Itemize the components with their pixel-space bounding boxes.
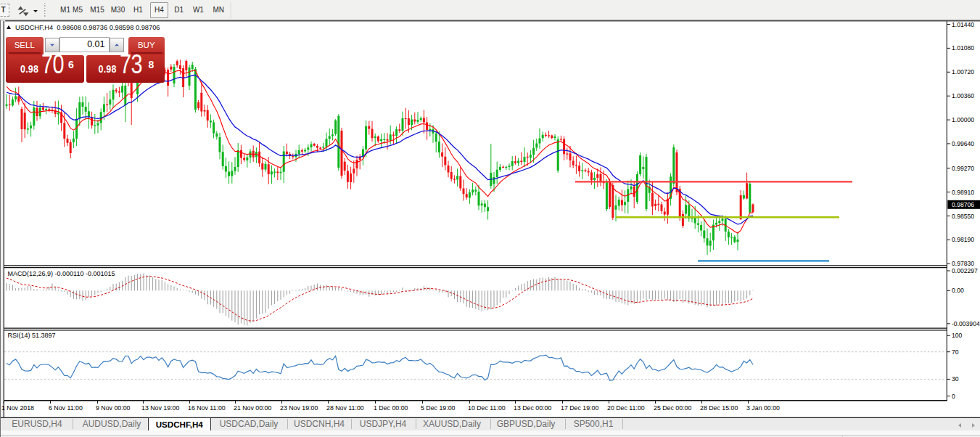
svg-text:6 Nov 11:00: 6 Nov 11:00 (49, 404, 83, 412)
svg-text:13 Nov 19:00: 13 Nov 19:00 (141, 404, 179, 412)
svg-text:20 Dec 11:00: 20 Dec 11:00 (607, 404, 645, 412)
svg-text:0.98706: 0.98706 (952, 201, 974, 208)
svg-text:0.97830: 0.97830 (952, 260, 974, 267)
svg-text:28 Dec 15:00: 28 Dec 15:00 (700, 404, 738, 412)
svg-text:23 Nov 19:00: 23 Nov 19:00 (280, 404, 318, 412)
svg-text:1 Dec 00:00: 1 Dec 00:00 (374, 404, 408, 412)
svg-text:0.98550: 0.98550 (952, 213, 974, 220)
svg-text:MACD(12,26,9) -0.000110 -0.001: MACD(12,26,9) -0.000110 -0.001015 (8, 270, 115, 277)
svg-text:1.01440: 1.01440 (952, 21, 974, 28)
svg-text:1.00720: 1.00720 (952, 68, 974, 75)
svg-text:0.99640: 0.99640 (952, 140, 974, 147)
svg-text:1.01080: 1.01080 (952, 44, 974, 52)
svg-text:0: 0 (952, 393, 955, 400)
svg-text:21 Nov 00:00: 21 Nov 00:00 (234, 404, 271, 412)
svg-text:25 Dec 00:00: 25 Dec 00:00 (654, 404, 691, 412)
svg-text:1.00360: 1.00360 (952, 92, 974, 99)
svg-text:16 Nov 11:00: 16 Nov 11:00 (188, 404, 226, 412)
svg-text:0.99270: 0.99270 (952, 165, 974, 172)
svg-text:1 Nov 2018: 1 Nov 2018 (1, 404, 34, 412)
svg-text:100: 100 (952, 332, 963, 339)
svg-text:0.002297: 0.002297 (952, 267, 978, 274)
svg-text:13 Dec 00:00: 13 Dec 00:00 (514, 404, 551, 412)
svg-text:0.00: 0.00 (952, 287, 964, 294)
svg-text:0.98910: 0.98910 (952, 189, 974, 196)
svg-text:5 Dec 19:00: 5 Dec 19:00 (421, 404, 456, 412)
svg-text:70: 70 (952, 348, 959, 356)
svg-text:RSI(14) 51.3897: RSI(14) 51.3897 (8, 332, 56, 339)
svg-text:17 Dec 19:00: 17 Dec 19:00 (561, 404, 598, 412)
svg-text:28 Nov 11:00: 28 Nov 11:00 (326, 404, 364, 412)
svg-text:9 Nov 00:00: 9 Nov 00:00 (96, 404, 131, 412)
svg-text:1.00000: 1.00000 (952, 116, 974, 123)
svg-text:30: 30 (952, 375, 959, 383)
svg-text:0.98190: 0.98190 (952, 236, 974, 243)
svg-text:3 Jan 00:00: 3 Jan 00:00 (746, 404, 780, 412)
svg-text:10 Dec 11:00: 10 Dec 11:00 (468, 404, 506, 412)
svg-text:-0.003904: -0.003904 (952, 320, 980, 327)
